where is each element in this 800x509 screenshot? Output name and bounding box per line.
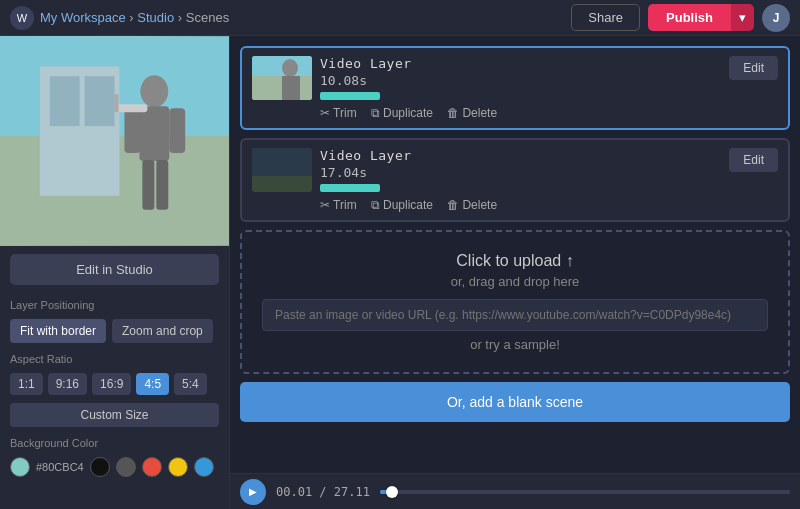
svg-rect-16 bbox=[282, 76, 300, 100]
edit-studio-button[interactable]: Edit in Studio bbox=[10, 254, 219, 285]
timeline-bar[interactable] bbox=[380, 490, 790, 494]
aspect-ratio-label: Aspect Ratio bbox=[0, 349, 229, 369]
svg-point-15 bbox=[282, 59, 298, 77]
color-swatch-yellow[interactable] bbox=[168, 457, 188, 477]
video-title-1: Video Layer bbox=[320, 56, 721, 71]
color-swatch-black[interactable] bbox=[90, 457, 110, 477]
publish-dropdown-button[interactable]: ▾ bbox=[731, 4, 754, 31]
ar-5-4[interactable]: 5:4 bbox=[174, 373, 207, 395]
upload-title: Click to upload ↑ bbox=[262, 252, 768, 270]
svg-rect-3 bbox=[50, 76, 80, 126]
bg-color-label: Background Color bbox=[0, 433, 229, 453]
svg-rect-11 bbox=[117, 104, 147, 112]
url-input[interactable] bbox=[262, 299, 768, 331]
video-thumb-2 bbox=[252, 148, 312, 192]
main-content: Edit in Studio Layer Positioning Fit wit… bbox=[0, 36, 800, 509]
preview-svg bbox=[0, 36, 229, 246]
preview-image bbox=[0, 36, 229, 246]
preview-inner bbox=[0, 36, 229, 246]
color-swatch-teal[interactable] bbox=[10, 457, 30, 477]
color-swatch-red[interactable] bbox=[142, 457, 162, 477]
bottom-bar: ▶ 00.01 / 27.11 bbox=[230, 473, 800, 509]
video-color-bar-2 bbox=[320, 184, 380, 192]
video-title-2: Video Layer bbox=[320, 148, 721, 163]
duplicate-action-2[interactable]: ⧉ Duplicate bbox=[371, 198, 433, 212]
edit-video-2-button[interactable]: Edit bbox=[729, 148, 778, 172]
try-sample-text: or try a sample! bbox=[262, 337, 768, 352]
aspect-ratio-row: 1:1 9:16 16:9 4:5 5:4 bbox=[0, 369, 229, 399]
video-thumb-1 bbox=[252, 56, 312, 100]
share-button[interactable]: Share bbox=[571, 4, 640, 31]
video-actions-1: ✂ Trim ⧉ Duplicate 🗑 Delete bbox=[252, 106, 778, 120]
ar-16-9[interactable]: 16:9 bbox=[92, 373, 131, 395]
time-display: 00.01 / 27.11 bbox=[276, 485, 370, 499]
right-panel: Video Layer 10.08s Edit ✂ Trim ⧉ Duplica… bbox=[230, 36, 800, 509]
svg-rect-6 bbox=[139, 106, 169, 161]
workspace-link[interactable]: My Workspace bbox=[40, 10, 126, 25]
duplicate-action-1[interactable]: ⧉ Duplicate bbox=[371, 106, 433, 120]
video-duration-2: 17.04s bbox=[320, 165, 721, 180]
video-card-1: Video Layer 10.08s Edit ✂ Trim ⧉ Duplica… bbox=[240, 46, 790, 130]
delete-action-1[interactable]: 🗑 Delete bbox=[447, 106, 497, 120]
scenes-text: Scenes bbox=[186, 10, 229, 25]
trim-action-1[interactable]: ✂ Trim bbox=[320, 106, 357, 120]
upload-icon: ↑ bbox=[566, 252, 574, 269]
video-duration-1: 10.08s bbox=[320, 73, 721, 88]
video-card-1-top: Video Layer 10.08s Edit bbox=[252, 56, 778, 100]
color-swatch-blue[interactable] bbox=[194, 457, 214, 477]
ar-1-1[interactable]: 1:1 bbox=[10, 373, 43, 395]
studio-link[interactable]: Studio bbox=[137, 10, 174, 25]
svg-rect-4 bbox=[85, 76, 115, 126]
publish-button[interactable]: Publish bbox=[648, 4, 731, 31]
color-hex-label: #80CBC4 bbox=[36, 461, 84, 473]
edit-video-1-button[interactable]: Edit bbox=[729, 56, 778, 80]
svg-rect-8 bbox=[169, 108, 185, 153]
layer-pos-buttons: Fit with border Zoom and crop bbox=[0, 315, 229, 347]
top-nav: W My Workspace › Studio › Scenes Share P… bbox=[0, 0, 800, 36]
svg-rect-10 bbox=[156, 160, 168, 210]
workspace-logo: W bbox=[10, 6, 34, 30]
breadcrumb: My Workspace › Studio › Scenes bbox=[40, 10, 229, 25]
bg-color-row: #80CBC4 bbox=[0, 453, 229, 481]
layer-positioning-label: Layer Positioning bbox=[0, 295, 229, 315]
timeline-handle[interactable] bbox=[386, 486, 398, 498]
nav-right: Share Publish ▾ J bbox=[571, 4, 790, 32]
fit-with-border-button[interactable]: Fit with border bbox=[10, 319, 106, 343]
svg-rect-12 bbox=[115, 94, 119, 112]
delete-action-2[interactable]: 🗑 Delete bbox=[447, 198, 497, 212]
user-avatar[interactable]: J bbox=[762, 4, 790, 32]
custom-size-button[interactable]: Custom Size bbox=[10, 403, 219, 427]
nav-left: W My Workspace › Studio › Scenes bbox=[10, 6, 229, 30]
svg-rect-9 bbox=[142, 160, 154, 210]
trim-action-2[interactable]: ✂ Trim bbox=[320, 198, 357, 212]
svg-rect-7 bbox=[124, 108, 140, 153]
zoom-crop-button[interactable]: Zoom and crop bbox=[112, 319, 213, 343]
video-info-1: Video Layer 10.08s bbox=[320, 56, 721, 100]
video-actions-2: ✂ Trim ⧉ Duplicate 🗑 Delete bbox=[252, 198, 778, 212]
video-info-2: Video Layer 17.04s bbox=[320, 148, 721, 192]
ar-4-5[interactable]: 4:5 bbox=[136, 373, 169, 395]
add-blank-scene-button[interactable]: Or, add a blank scene bbox=[240, 382, 790, 422]
publish-group: Publish ▾ bbox=[648, 4, 754, 31]
left-panel: Edit in Studio Layer Positioning Fit wit… bbox=[0, 36, 230, 509]
video-color-bar-1 bbox=[320, 92, 380, 100]
video-card-2-top: Video Layer 17.04s Edit bbox=[252, 148, 778, 192]
upload-subtitle: or, drag and drop here bbox=[262, 274, 768, 289]
video-card-2: Video Layer 17.04s Edit ✂ Trim ⧉ Duplica… bbox=[240, 138, 790, 222]
color-swatch-gray[interactable] bbox=[116, 457, 136, 477]
svg-point-5 bbox=[140, 75, 168, 107]
play-button[interactable]: ▶ bbox=[240, 479, 266, 505]
upload-area[interactable]: Click to upload ↑ or, drag and drop here… bbox=[240, 230, 790, 374]
svg-rect-18 bbox=[252, 176, 312, 192]
ar-9-16[interactable]: 9:16 bbox=[48, 373, 87, 395]
